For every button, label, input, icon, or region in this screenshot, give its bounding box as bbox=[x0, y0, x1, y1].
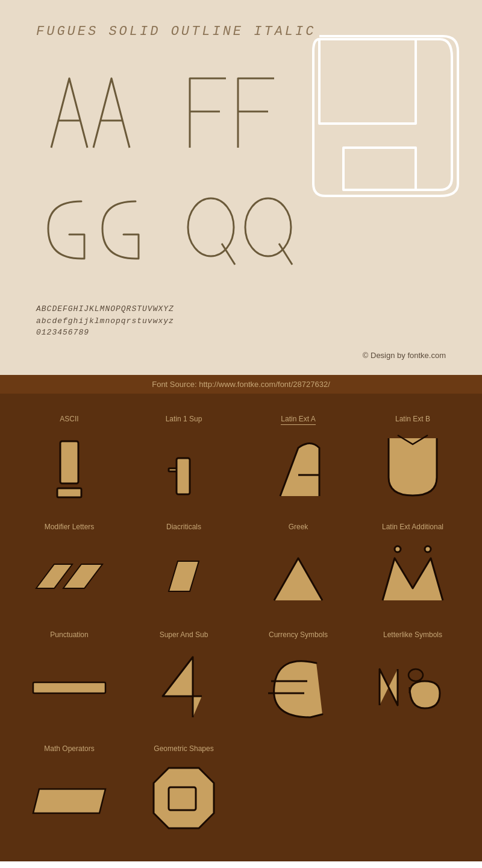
symbol-superandsub bbox=[157, 648, 211, 726]
label-geometricshapes: Geometric Shapes bbox=[154, 744, 213, 753]
svg-rect-8 bbox=[177, 458, 190, 494]
symbol-modifier bbox=[33, 540, 105, 612]
svg-point-13 bbox=[425, 546, 431, 552]
alphabet-line3: 0123456789 bbox=[36, 327, 446, 339]
glyph-cell-latinextb: Latin Ext B bbox=[355, 406, 470, 514]
symbol-mathoperators bbox=[27, 762, 111, 840]
label-latinextadd: Latin Ext Additional bbox=[382, 523, 443, 531]
symbol-ascii bbox=[51, 432, 87, 505]
glyph-cell-greek: Greek bbox=[241, 514, 355, 621]
bottom-section: Font Source: http://www.fontke.com/font/… bbox=[0, 375, 482, 861]
label-latinexta: Latin Ext A bbox=[281, 415, 315, 425]
svg-point-17 bbox=[408, 669, 423, 681]
glyph-cell-letterlike: Letterlike Symbols bbox=[355, 621, 470, 735]
svg-point-12 bbox=[395, 546, 401, 552]
alphabet-line2: abcdefghijklmnopqrstuvwxyz bbox=[36, 315, 446, 327]
svg-marker-18 bbox=[33, 789, 105, 813]
label-punctuation: Punctuation bbox=[50, 631, 88, 639]
label-latinextb: Latin Ext B bbox=[395, 415, 430, 423]
label-modifier: Modifier Letters bbox=[45, 523, 95, 531]
symbol-letterlike bbox=[377, 648, 449, 726]
symbol-latin1sup bbox=[166, 432, 202, 505]
svg-point-1 bbox=[188, 198, 234, 256]
glyph-cell-ascii: ASCII bbox=[12, 406, 127, 514]
symbol-latinextb bbox=[383, 432, 443, 505]
glyph-cell-latin1sup: Latin 1 Sup bbox=[127, 406, 241, 514]
svg-rect-5 bbox=[60, 441, 78, 483]
glyph-cell-geometricshapes: Geometric Shapes bbox=[127, 735, 241, 849]
symbol-latinexta bbox=[268, 434, 328, 505]
glyph-large-h bbox=[307, 27, 464, 204]
glyph-cell-mathoperators: Math Operators bbox=[12, 735, 127, 849]
svg-point-3 bbox=[245, 198, 291, 256]
glyph-cell-superandsub: Super And Sub bbox=[127, 621, 241, 735]
glyph-ff bbox=[181, 63, 301, 162]
glyph-cell-empty2 bbox=[355, 735, 470, 849]
label-greek: Greek bbox=[289, 523, 308, 531]
symbol-diacriticals bbox=[166, 540, 202, 612]
glyph-cell-empty1 bbox=[241, 735, 355, 849]
symbol-greek bbox=[268, 540, 328, 612]
label-letterlike: Letterlike Symbols bbox=[383, 631, 442, 639]
glyph-aa bbox=[36, 63, 157, 162]
svg-rect-14 bbox=[33, 682, 105, 693]
label-mathoperators: Math Operators bbox=[44, 744, 94, 753]
svg-marker-11 bbox=[169, 561, 199, 591]
glyph-cell-currency: Currency Symbols bbox=[241, 621, 355, 735]
alphabet-line1: ABCDEFGHIJKLMNOPQRSTUVWXYZ bbox=[36, 303, 446, 315]
glyph-qq bbox=[181, 180, 301, 279]
glyph-cell-diacriticals: Diacriticals bbox=[127, 514, 241, 621]
glyph-cell-latinexta: Latin Ext A bbox=[241, 406, 355, 514]
svg-rect-20 bbox=[169, 787, 196, 810]
glyph-gg bbox=[36, 180, 157, 279]
credit-line: © Design by fontke.com bbox=[36, 345, 446, 363]
label-diacriticals: Diacriticals bbox=[166, 523, 201, 531]
glyph-cell-punctuation: Punctuation bbox=[12, 621, 127, 735]
label-ascii: ASCII bbox=[60, 415, 78, 423]
symbol-geometricshapes bbox=[148, 762, 220, 840]
symbol-currency bbox=[265, 648, 331, 726]
glyph-cell-modifier: Modifier Letters bbox=[12, 514, 127, 621]
font-source: Font Source: http://www.fontke.com/font/… bbox=[0, 375, 482, 394]
svg-rect-6 bbox=[57, 488, 81, 497]
glyph-grid: ASCII Latin 1 Sup bbox=[0, 394, 482, 861]
symbol-punctuation bbox=[30, 648, 108, 726]
alphabet-section: ABCDEFGHIJKLMNOPQRSTUVWXYZ abcdefghijklm… bbox=[36, 303, 446, 339]
label-latin1sup: Latin 1 Sup bbox=[166, 415, 202, 423]
symbol-latinextadd bbox=[380, 540, 446, 612]
label-superandsub: Super And Sub bbox=[160, 631, 208, 639]
top-section: FUGUES SOLID OUTLINE ITALIC bbox=[0, 0, 482, 375]
label-currency: Currency Symbols bbox=[269, 631, 328, 639]
glyph-cell-latinextadd: Latin Ext Additional bbox=[355, 514, 470, 621]
